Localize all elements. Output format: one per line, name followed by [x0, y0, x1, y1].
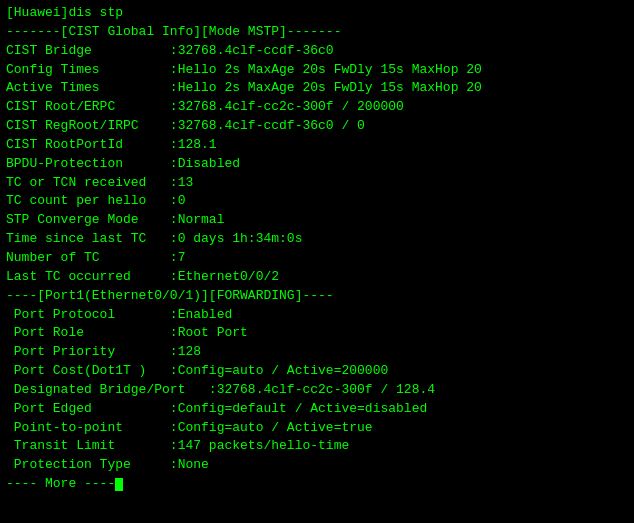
terminal-line: Port Role :Root Port	[6, 324, 628, 343]
terminal-line: CIST RootPortId :128.1	[6, 136, 628, 155]
terminal-line: CIST Root/ERPC :32768.4clf-cc2c-300f / 2…	[6, 98, 628, 117]
terminal-line: Config Times :Hello 2s MaxAge 20s FwDly …	[6, 61, 628, 80]
terminal-line: TC count per hello :0	[6, 192, 628, 211]
terminal-line: Protection Type :None	[6, 456, 628, 475]
terminal-line: Port Protocol :Enabled	[6, 306, 628, 325]
terminal-line: TC or TCN received :13	[6, 174, 628, 193]
terminal-line: Point-to-point :Config=auto / Active=tru…	[6, 419, 628, 438]
terminal-line: CIST RegRoot/IRPC :32768.4clf-ccdf-36c0 …	[6, 117, 628, 136]
terminal-line: Time since last TC :0 days 1h:34m:0s	[6, 230, 628, 249]
terminal-line: Number of TC :7	[6, 249, 628, 268]
terminal-line: Designated Bridge/Port :32768.4clf-cc2c-…	[6, 381, 628, 400]
terminal-line: Transit Limit :147 packets/hello-time	[6, 437, 628, 456]
terminal-line: -------[CIST Global Info][Mode MSTP]----…	[6, 23, 628, 42]
terminal-line: ---- More ----	[6, 475, 628, 494]
terminal-line: [Huawei]dis stp	[6, 4, 628, 23]
terminal-line: Port Cost(Dot1T ) :Config=auto / Active=…	[6, 362, 628, 381]
terminal-line: Port Edged :Config=default / Active=disa…	[6, 400, 628, 419]
terminal-window: [Huawei]dis stp-------[CIST Global Info]…	[0, 0, 634, 523]
terminal-line: BPDU-Protection :Disabled	[6, 155, 628, 174]
terminal-line: CIST Bridge :32768.4clf-ccdf-36c0	[6, 42, 628, 61]
terminal-line: ----[Port1(Ethernet0/0/1)][FORWARDING]--…	[6, 287, 628, 306]
terminal-line: Port Priority :128	[6, 343, 628, 362]
terminal-line: Last TC occurred :Ethernet0/0/2	[6, 268, 628, 287]
terminal-line: Active Times :Hello 2s MaxAge 20s FwDly …	[6, 79, 628, 98]
terminal-line: STP Converge Mode :Normal	[6, 211, 628, 230]
terminal-cursor	[115, 478, 123, 491]
